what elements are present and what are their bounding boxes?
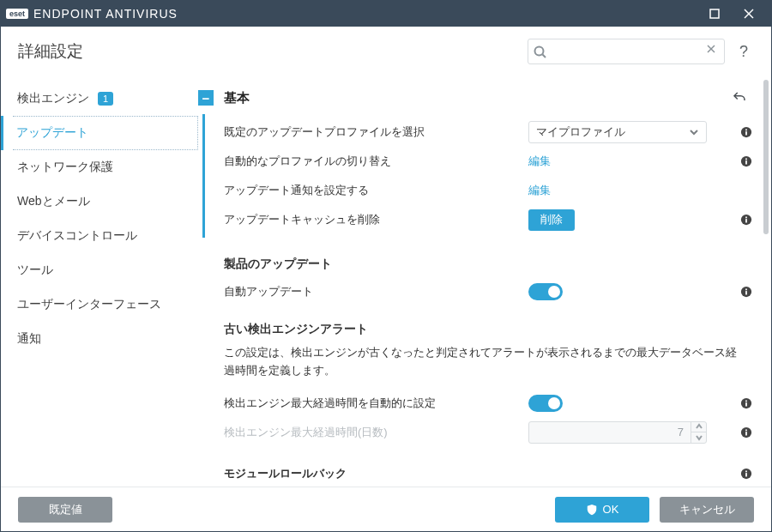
info-button[interactable]	[740, 426, 752, 438]
sidebar-item-label: デバイスコントロール	[17, 228, 137, 244]
row-auto-switch: 自動的なプロファイルの切り替え 編集	[224, 147, 752, 176]
sidebar-item-device-control[interactable]: デバイスコントロール	[13, 219, 198, 253]
sidebar-item-notifications[interactable]: 通知	[13, 322, 198, 356]
sidebar-item-network-protection[interactable]: ネットワーク保護	[13, 150, 198, 184]
chevron-up-icon	[696, 423, 703, 430]
info-button[interactable]	[740, 155, 752, 167]
sidebar-item-tools[interactable]: ツール	[13, 253, 198, 287]
svg-rect-20	[745, 402, 747, 406]
age-days-spinner	[528, 421, 707, 444]
section-product-updates: 製品のアップデート 自動アップデート 古い検出エンジンアラート この設定は、検出…	[202, 238, 752, 487]
age-days-input	[529, 426, 691, 438]
svg-rect-8	[745, 131, 747, 135]
sidebar-item-label: 通知	[17, 331, 41, 347]
auto-age-toggle[interactable]	[528, 395, 563, 412]
info-icon	[740, 468, 752, 480]
svg-rect-27	[745, 470, 747, 472]
row-default-profile: 既定のアップデートプロファイルを選択 マイプロファイル	[224, 118, 752, 147]
search-field[interactable]	[528, 39, 725, 64]
chevron-down-icon	[696, 434, 703, 441]
brand: eset ENDPOINT ANTIVIRUS	[6, 7, 178, 21]
header-row: 詳細設定 ?	[1, 27, 771, 76]
select-value: マイプロファイル	[536, 125, 625, 140]
defaults-button[interactable]: 既定値	[18, 497, 112, 523]
row-auto-update: 自動アップデート	[224, 277, 752, 306]
edit-auto-switch-link[interactable]: 編集	[528, 154, 551, 169]
spinner-down[interactable]	[691, 432, 706, 443]
info-icon	[740, 126, 752, 138]
sidebar-item-label: 検出エンジン	[17, 91, 89, 106]
info-icon	[740, 155, 752, 167]
svg-point-3	[535, 46, 544, 55]
desc-old-engine: この設定は、検出エンジンが古くなったと判定されてアラートが表示されるまでの最大デ…	[224, 342, 752, 389]
svg-rect-0	[710, 9, 719, 18]
svg-rect-12	[745, 159, 747, 160]
svg-rect-15	[745, 217, 747, 219]
info-button[interactable]	[740, 286, 752, 298]
info-button[interactable]	[740, 468, 752, 480]
auto-update-toggle[interactable]	[528, 283, 563, 300]
undo-icon	[732, 90, 747, 106]
info-icon	[740, 397, 752, 409]
search-icon	[534, 45, 546, 58]
spinner-up[interactable]	[691, 422, 706, 433]
close-icon	[744, 9, 754, 19]
search-input[interactable]	[546, 45, 706, 58]
row-clear-cache: アップデートキャッシュを削除 削除	[224, 205, 752, 234]
row-notify: アップデート通知を設定する 編集	[224, 176, 752, 205]
sidebar-item-detection-engine[interactable]: 検出エンジン 1	[13, 82, 198, 116]
page-title: 詳細設定	[18, 40, 528, 63]
svg-rect-26	[745, 473, 747, 476]
label-auto-switch: 自動的なプロファイルの切り替え	[224, 154, 520, 169]
brand-name: ENDPOINT ANTIVIRUS	[33, 7, 178, 21]
sidebar-item-label: Webとメール	[17, 194, 90, 209]
titlebar: eset ENDPOINT ANTIVIRUS	[1, 1, 771, 27]
sidebar-item-update[interactable]: アップデート	[13, 116, 198, 150]
svg-rect-14	[745, 219, 747, 222]
window-maximize-button[interactable]	[697, 1, 732, 27]
info-icon	[740, 286, 752, 298]
info-icon	[740, 426, 752, 438]
scrollbar[interactable]	[761, 76, 771, 487]
info-button[interactable]	[740, 126, 752, 138]
maximize-icon	[709, 9, 720, 19]
row-age-days: 検出エンジン最大経過時間(日数)	[224, 418, 752, 447]
revert-button[interactable]	[732, 90, 747, 106]
label-default-profile: 既定のアップデートプロファイルを選択	[224, 124, 520, 140]
label-clear-cache: アップデートキャッシュを削除	[224, 212, 520, 227]
default-profile-select[interactable]: マイプロファイル	[528, 121, 707, 143]
chevron-down-icon	[689, 127, 699, 137]
info-icon	[740, 214, 752, 226]
sidebar-item-ui[interactable]: ユーザーインターフェース	[13, 287, 198, 322]
edit-notify-link[interactable]: 編集	[528, 183, 551, 198]
sidebar-item-label: ユーザーインターフェース	[17, 297, 161, 312]
shield-icon	[586, 504, 598, 516]
subheading-rollback: モジュールロールバック	[224, 466, 520, 481]
info-button[interactable]	[740, 214, 752, 226]
svg-rect-24	[745, 429, 747, 431]
cancel-button[interactable]: キャンセル	[660, 497, 754, 523]
row-rollback-heading: モジュールロールバック	[224, 447, 752, 485]
content-wrap: − 基本 既定のアップデートプロファイルを選択 マイプロファイル	[198, 76, 771, 487]
help-button[interactable]: ?	[733, 43, 754, 61]
section-header-basic: − 基本	[198, 82, 752, 114]
ok-button[interactable]: OK	[555, 497, 649, 523]
label-age-days: 検出エンジン最大経過時間(日数)	[224, 425, 520, 440]
svg-rect-21	[745, 400, 747, 402]
section-rows: 既定のアップデートプロファイルを選択 マイプロファイル 自動的なプロファイルの切…	[202, 114, 752, 238]
label-auto-age: 検出エンジン最大経過時間を自動的に設定	[224, 396, 520, 411]
label-notify: アップデート通知を設定する	[224, 183, 520, 198]
sidebar-item-web-mail[interactable]: Webとメール	[13, 184, 198, 219]
svg-line-4	[543, 54, 546, 57]
clear-cache-button[interactable]: 削除	[528, 209, 575, 231]
close-icon	[706, 44, 719, 57]
row-auto-age: 検出エンジン最大経過時間を自動的に設定	[224, 389, 752, 418]
search-clear-button[interactable]	[706, 44, 719, 59]
footer: 既定値 OK キャンセル	[1, 487, 771, 531]
sidebar: 検出エンジン 1 アップデート ネットワーク保護 Webとメール デバイスコント…	[1, 76, 198, 487]
info-button[interactable]	[740, 397, 752, 409]
collapse-toggle[interactable]: −	[198, 90, 214, 106]
window-close-button[interactable]	[732, 1, 766, 27]
scrollbar-thumb[interactable]	[763, 80, 769, 234]
brand-badge: eset	[6, 9, 28, 19]
